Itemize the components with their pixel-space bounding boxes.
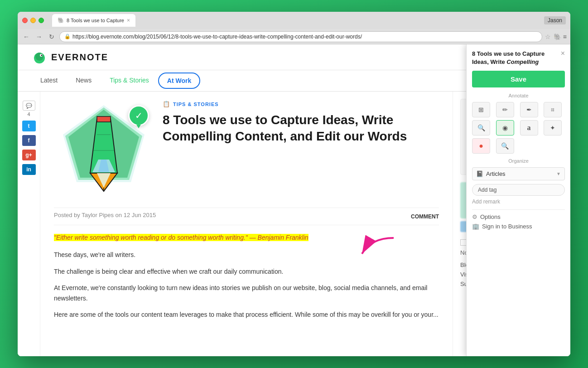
- annotate-tools: ⊞ ✏ ✒ ⌗ 🔍 ◉: [472, 102, 565, 154]
- tab-close-icon[interactable]: ×: [127, 17, 130, 24]
- article-para2: The challenge is being clear and effecti…: [54, 266, 439, 276]
- browser-tab[interactable]: 🐘 8 Tools we use to Capture ×: [52, 14, 135, 27]
- twitter-icon: t: [28, 123, 30, 129]
- gear-icon: ⚙: [472, 213, 477, 220]
- user-badge: Jason: [544, 16, 566, 24]
- organize-label: Organize: [472, 158, 565, 164]
- traffic-lights: [22, 18, 44, 23]
- highlighted-quote: "Either write something worth reading or…: [54, 234, 308, 241]
- linkedin-share-button[interactable]: in: [22, 164, 36, 175]
- extension-icons: 🐘 ≡: [554, 33, 567, 40]
- tab-title: 8 Tools we use to Capture: [67, 18, 124, 23]
- ymal-checkbox[interactable]: [460, 239, 467, 246]
- sign-in-business-label: Sign in to Business: [482, 223, 532, 230]
- record-icon: ●: [479, 142, 483, 150]
- stamp-icon: ◉: [502, 124, 508, 131]
- zoom-in-icon: 🔍: [477, 124, 485, 131]
- lock-icon: 🔒: [64, 34, 71, 39]
- svg-rect-12: [97, 116, 111, 122]
- page-content: EVERNOTE Pricing Sign Up N Latest News T…: [18, 44, 570, 356]
- article-category: 📋 TIPS & STORIES: [163, 101, 439, 107]
- close-button[interactable]: [22, 18, 28, 23]
- options-item[interactable]: ⚙ Options: [472, 213, 565, 220]
- crop-tool[interactable]: ⌗: [544, 102, 562, 117]
- menu-icon[interactable]: ≡: [563, 33, 567, 40]
- social-sidebar: 💬 4 t f g+ in: [18, 92, 40, 356]
- annotate-label: Annotate: [472, 93, 565, 98]
- article-illustration: ✓: [54, 101, 154, 200]
- evernote-logo: EVERNOTE: [31, 49, 108, 65]
- evernote-brand-name: EVERNOTE: [51, 52, 108, 63]
- nav-news[interactable]: News: [67, 70, 101, 91]
- url-bar[interactable]: 🔒 https://blog.evernote.com/blog/2015/06…: [59, 31, 542, 42]
- pink-arrow-annotation: [357, 233, 412, 261]
- refresh-button[interactable]: ↻: [47, 32, 57, 42]
- notebook-icon: 📓: [476, 170, 483, 177]
- evernote-ext-icon[interactable]: 🐘: [554, 33, 561, 40]
- business-icon: 🏢: [472, 223, 479, 230]
- facebook-share-button[interactable]: f: [22, 135, 36, 146]
- stamp-tool[interactable]: ◉: [496, 120, 514, 136]
- notebook-name: Articles: [486, 170, 554, 177]
- zoom-in-tool[interactable]: 🔍: [472, 120, 490, 136]
- tab-favicon-icon: 🐘: [58, 17, 64, 24]
- text-tool[interactable]: a: [520, 120, 538, 136]
- clipper-check-badge: ✓: [128, 105, 149, 126]
- category-label: TIPS & STORIES: [173, 102, 219, 107]
- google-plus-share-button[interactable]: g+: [22, 150, 36, 160]
- title-bar: 🐘 8 Tools we use to Capture × Jason: [18, 12, 570, 29]
- article-byline-row: Posted by Taylor Pipes on 12 Jun 2015 CO…: [54, 208, 439, 225]
- puzzle-icon: ✦: [550, 124, 555, 131]
- zoom-out-tool[interactable]: 🔍: [496, 138, 514, 154]
- comment-icon: 💬: [23, 101, 35, 111]
- organize-section: Organize 📓 Articles ▼ Add tag Add remark: [472, 158, 565, 205]
- comment-count[interactable]: 💬 4: [23, 101, 35, 117]
- back-button[interactable]: ←: [21, 32, 31, 42]
- highlight-tool[interactable]: ✒: [520, 102, 538, 117]
- nav-at-work[interactable]: At Work: [158, 73, 200, 89]
- highlight-icon: ✒: [526, 106, 532, 113]
- screenshot-tool[interactable]: ⊞: [472, 102, 490, 117]
- category-icon: 📋: [163, 101, 170, 107]
- fullscreen-button[interactable]: [39, 18, 44, 23]
- svg-point-3: [41, 55, 43, 56]
- browser-window: 🐘 8 Tools we use to Capture × Jason ← → …: [18, 12, 570, 356]
- screenshot-icon: ⊞: [478, 106, 484, 113]
- text-icon: a: [527, 124, 531, 132]
- google-plus-icon: g+: [25, 152, 32, 158]
- twitter-share-button[interactable]: t: [22, 121, 36, 131]
- puzzle-tool[interactable]: ✦: [544, 120, 562, 136]
- nav-latest[interactable]: Latest: [31, 70, 67, 91]
- forward-button[interactable]: →: [34, 32, 44, 42]
- linkedin-icon: in: [26, 166, 31, 173]
- notebook-selector[interactable]: 📓 Articles ▼: [472, 167, 565, 180]
- article-byline: Posted by Taylor Pipes on 12 Jun 2015: [54, 212, 156, 218]
- record-tool[interactable]: ●: [472, 138, 490, 154]
- blog-main: 💬 4 t f g+ in: [18, 92, 570, 356]
- address-bar: ← → ↻ 🔒 https://blog.evernote.com/blog/2…: [18, 29, 570, 44]
- minimize-button[interactable]: [30, 18, 36, 23]
- add-remark-button[interactable]: Add remark: [472, 199, 565, 205]
- url-text: https://blog.evernote.com/blog/2015/06/1…: [72, 34, 362, 40]
- bookmark-icon[interactable]: ☆: [545, 33, 551, 40]
- pen-tool[interactable]: ✏: [496, 102, 514, 117]
- article-meta: 📋 TIPS & STORIES 8 Tools we use to Captu…: [163, 101, 439, 150]
- add-tag-button[interactable]: Add tag: [472, 184, 565, 196]
- evernote-elephant-icon: [31, 49, 48, 65]
- svg-point-1: [35, 53, 43, 61]
- facebook-icon: f: [28, 137, 30, 144]
- options-label: Options: [480, 213, 501, 220]
- article-para3: At Evernote, we're constantly looking to…: [54, 283, 439, 303]
- nav-tips-stories[interactable]: Tips & Stories: [101, 70, 158, 91]
- article-comment-link[interactable]: COMMENT: [411, 213, 439, 220]
- web-clipper-panel: 8 Tools we use to Capture Ideas, Write C…: [466, 92, 570, 356]
- clipper-divider: [472, 209, 565, 210]
- pen-icon: ✏: [502, 106, 508, 113]
- article-body: "Either write something worth reading or…: [54, 232, 439, 320]
- article-content: ✓ 📋 TIPS & STORIES 8 Tools we use to Cap…: [40, 92, 453, 356]
- tab-bar: 🐘 8 Tools we use to Capture ×: [52, 14, 540, 27]
- zoom-out-icon: 🔍: [501, 142, 509, 150]
- sign-in-business-item[interactable]: 🏢 Sign in to Business: [472, 223, 565, 230]
- article-para4: Here are some of the tools our content t…: [54, 310, 439, 320]
- chevron-down-icon: ▼: [556, 171, 561, 176]
